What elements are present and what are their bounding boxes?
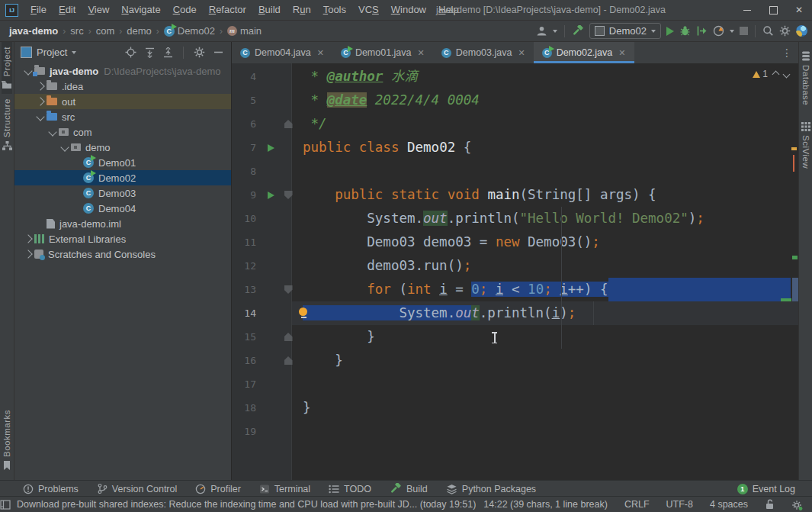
panel-settings-gear-icon[interactable] (194, 47, 205, 58)
fold-marker-icon[interactable] (284, 120, 293, 128)
code-line-4[interactable]: 4 * @author 水滴 (232, 65, 798, 89)
tool-window-button-version-control[interactable]: Version Control (97, 483, 177, 495)
breadcrumb-item-src[interactable]: src (70, 25, 83, 37)
breadcrumb-item-java-demo[interactable]: java-demo (9, 25, 58, 37)
tree-item-external-libraries[interactable]: External Libraries (14, 231, 231, 246)
stripe-tab-database[interactable]: Database (801, 47, 810, 110)
tree-item-java-demo[interactable]: java-demoD:\IdeaProjects\java-demo (14, 63, 231, 79)
tab-options-icon[interactable]: ⋮ (782, 47, 798, 59)
line-ending[interactable]: CRLF (624, 499, 650, 510)
tool-window-button-python-packages[interactable]: Python Packages (446, 483, 536, 495)
hide-panel-icon[interactable] (213, 47, 223, 57)
chevron-down-icon[interactable] (24, 66, 32, 75)
stop-button[interactable] (740, 27, 748, 35)
chevron-down-icon[interactable] (730, 30, 734, 33)
code-line-11[interactable]: 11 Demo03 demo03 = new Demo03(); (232, 230, 798, 254)
fold-marker-icon[interactable] (284, 333, 293, 341)
tree-item-demo04[interactable]: CDemo04 (14, 201, 231, 216)
stripe-tab-sciview[interactable]: SciView (801, 118, 810, 173)
code-line-6[interactable]: 6 */ (232, 112, 798, 136)
code-line-16[interactable]: 16 } (232, 349, 798, 372)
breadcrumb-item-com[interactable]: com (96, 25, 115, 37)
tab-demo04-java[interactable]: CDemo04.java✕ (232, 42, 332, 63)
run-line-icon[interactable] (268, 192, 274, 199)
chevron-down-icon[interactable] (553, 30, 557, 33)
menu-window[interactable]: Window (385, 4, 432, 15)
select-opened-file-icon[interactable] (125, 47, 136, 58)
stripe-tab-project[interactable]: Project (2, 42, 12, 94)
run-line-icon[interactable] (268, 144, 274, 152)
user-profile-icon[interactable] (536, 25, 547, 37)
chevron-down-icon[interactable] (72, 51, 76, 54)
file-encoding[interactable]: UTF-8 (666, 499, 693, 510)
menu-file[interactable]: File (24, 4, 53, 15)
search-everywhere-icon[interactable] (762, 25, 774, 37)
stripe-tab-structure[interactable]: Structure (2, 94, 12, 155)
code-line-10[interactable]: 10 System.out.println("Hello World! Demo… (232, 207, 798, 230)
code-line-7[interactable]: 7public class Demo02 { (232, 136, 798, 159)
menu-edit[interactable]: Edit (53, 4, 82, 15)
fold-marker-icon[interactable] (284, 191, 293, 199)
caret-position[interactable]: 14:22 (39 chars, 1 line break) (483, 499, 608, 510)
minimize-button[interactable] (734, 0, 760, 20)
build-hammer-icon[interactable] (572, 25, 584, 37)
run-button[interactable] (666, 27, 674, 36)
close-tab-icon[interactable]: ✕ (418, 48, 425, 58)
status-message[interactable]: Download pre-built shared indexes: Reduc… (17, 499, 476, 510)
indent-size[interactable]: 4 spaces (710, 499, 748, 510)
event-log-button[interactable]: 1 Event Log (737, 484, 795, 494)
tree-item-demo03[interactable]: CDemo03 (14, 185, 231, 201)
tool-window-button-profiler[interactable]: Profiler (195, 483, 241, 495)
inspections-widget[interactable]: 1 (753, 69, 789, 79)
run-with-coverage-button[interactable] (696, 25, 708, 37)
close-button[interactable]: ✕ (786, 0, 812, 20)
code-line-12[interactable]: 12 demo03.run(); (232, 254, 798, 278)
tool-window-button-problems[interactable]: Problems (23, 483, 79, 495)
run-configuration-select[interactable]: Demo02 (589, 23, 661, 39)
chevron-right-icon[interactable] (36, 97, 44, 105)
next-warning-icon[interactable] (783, 70, 791, 78)
code-line-8[interactable]: 8 (232, 159, 798, 183)
tool-window-button-todo[interactable]: TODO (329, 483, 371, 495)
menu-tools[interactable]: Tools (317, 4, 352, 15)
menu-code[interactable]: Code (167, 4, 203, 15)
fold-marker-icon[interactable] (284, 285, 293, 294)
tool-window-button-terminal[interactable]: Terminal (259, 483, 310, 495)
code-line-17[interactable]: 17 (232, 372, 798, 396)
chevron-right-icon[interactable] (24, 234, 32, 243)
menu-vcs[interactable]: VCS (352, 4, 385, 15)
breadcrumb-item-demo02[interactable]: Demo02 (178, 25, 215, 37)
code-line-5[interactable]: 5 * @date 2022/4/4 0004 (232, 89, 798, 112)
status-settings-gear-icon[interactable] (791, 499, 803, 510)
settings-gear-icon[interactable] (779, 25, 791, 37)
tree-item-src[interactable]: src (14, 109, 231, 124)
breadcrumb-item-demo[interactable]: demo (127, 25, 152, 37)
tree-item-idea[interactable]: .idea (14, 79, 231, 94)
tree-item-demo01[interactable]: CDemo01 (14, 155, 231, 170)
close-tab-icon[interactable]: ✕ (618, 48, 625, 58)
tree-item-demo[interactable]: demo (14, 140, 231, 155)
chevron-down-icon[interactable] (48, 127, 56, 136)
debug-button[interactable] (679, 25, 691, 37)
code-line-18[interactable]: 18} (232, 396, 798, 420)
code-line-9[interactable]: 9 public static void main(String[] args)… (232, 183, 798, 207)
tab-demo03-java[interactable]: CDemo03.java✕ (433, 42, 534, 63)
tree-item-out[interactable]: out (14, 94, 231, 109)
menu-view[interactable]: View (82, 4, 115, 15)
chevron-down-icon[interactable] (60, 143, 69, 151)
code-with-me-icon[interactable] (796, 25, 807, 37)
menu-build[interactable]: Build (252, 4, 287, 15)
tab-demo02-java[interactable]: CDemo02.java✕ (534, 42, 634, 63)
fold-marker-icon[interactable] (284, 356, 293, 365)
maximize-button[interactable] (760, 0, 786, 20)
chevron-right-icon[interactable] (36, 82, 44, 90)
tree-item-java-demo-iml[interactable]: java-demo.iml (14, 216, 231, 231)
tree-item-scratches-and-consoles[interactable]: Scratches and Consoles (14, 246, 231, 262)
code-line-13[interactable]: 13 for (int i = 0; i < 10; i++) { (232, 278, 798, 301)
prev-warning-icon[interactable] (772, 70, 780, 78)
scrollbar-selection-mark[interactable] (792, 278, 798, 301)
profiler-button[interactable] (713, 25, 724, 37)
tool-window-button-build[interactable]: Build (390, 483, 428, 495)
chevron-down-icon[interactable] (36, 112, 44, 121)
tree-item-com[interactable]: com (14, 124, 231, 140)
